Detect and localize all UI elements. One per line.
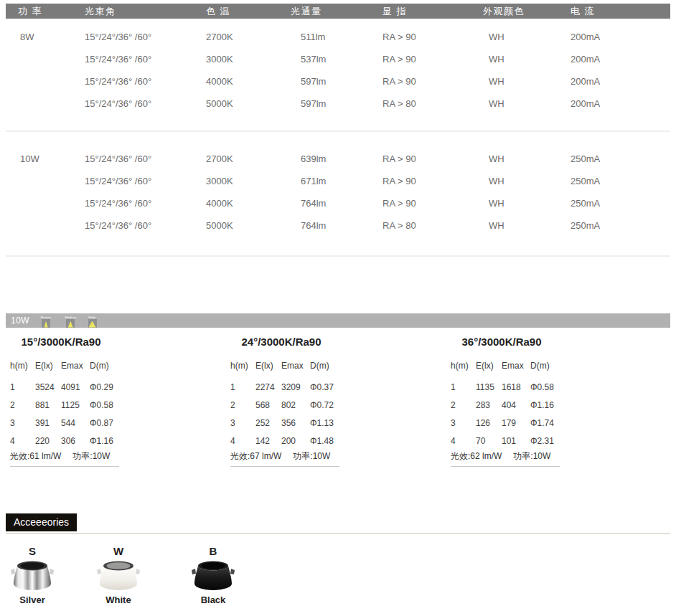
cell: 70 <box>476 436 502 446</box>
accessory-code: W <box>113 545 123 558</box>
accessory-item-black: B Black <box>181 545 245 605</box>
cell: 568 <box>255 400 281 410</box>
cell-color-temperature: 2700K <box>206 32 291 42</box>
power-value: 功率:10W <box>293 450 330 463</box>
cell: 2274 <box>255 382 281 392</box>
cell-current: 200mA <box>571 76 670 87</box>
cell: 544 <box>61 418 90 428</box>
cell-current: 250mA <box>571 220 670 231</box>
silver-reflector-image <box>9 559 55 593</box>
cell-finish-color: WH <box>483 198 571 209</box>
column-header-cri: 显 指 <box>382 5 483 18</box>
cell-current: 200mA <box>571 54 670 65</box>
spec-row: 10W15°/24°/36° /60°2700K639lmRA > 90WH25… <box>6 148 670 170</box>
banner-power-label: 10W <box>11 316 29 326</box>
column-header: h(m) <box>230 361 255 371</box>
cell: 1125 <box>61 400 90 410</box>
efficacy-value: 光效:67 lm/W <box>230 450 281 463</box>
spec-row: 15°/24°/36° /60°3000K537lmRA > 90WH200mA <box>6 48 670 70</box>
cell-finish-color: WH <box>483 153 571 164</box>
accessory-code: B <box>210 545 217 558</box>
accessory-item-white: W White <box>86 545 151 605</box>
column-header: E(lx) <box>255 361 281 371</box>
cell: 1 <box>10 382 35 392</box>
photometric-table-24deg: 24°/3000K/Ra90h(m)E(lx)EmaxD(m)122743209… <box>230 333 349 467</box>
efficacy-value: 光效:62 lm/W <box>451 450 502 463</box>
group-separator-line <box>6 131 670 132</box>
cell-beam-angle: 15°/24°/36° /60° <box>85 220 206 231</box>
cell: 3 <box>230 418 255 428</box>
photometric-table-header: h(m)E(lx)EmaxD(m) <box>230 361 349 371</box>
cell-cri: RA > 90 <box>382 32 483 42</box>
cell-luminous-flux: 639lm <box>291 153 382 164</box>
spec-row: 15°/24°/36° /60°4000K597lmRA > 90WH200mA <box>6 70 670 93</box>
column-header: D(m) <box>310 361 349 371</box>
cell: 126 <box>476 418 502 428</box>
cell: 252 <box>255 418 281 428</box>
column-header: Emax <box>61 361 90 371</box>
cell-color-temperature: 4000K <box>206 76 291 87</box>
table-row: 470101Φ2.31 <box>451 432 569 450</box>
efficacy-value: 光效:61 lm/W <box>10 450 61 463</box>
cell: 3 <box>451 418 476 428</box>
photometric-table-rows: 111351618Φ0.582283404Φ1.163126179Φ1.7447… <box>451 378 569 450</box>
photometric-table-rows: 122743209Φ0.372568802Φ0.723252356Φ1.1341… <box>230 378 349 450</box>
accessories-heading: Acceeeories <box>6 513 77 531</box>
spec-row: 15°/24°/36° /60°5000K597lmRA > 80WH200mA <box>6 93 670 115</box>
cell: 1 <box>230 382 255 392</box>
cell-color-temperature: 2700K <box>206 153 291 164</box>
cell-color-temperature: 5000K <box>206 98 291 109</box>
column-header-flux: 光通量 <box>291 5 382 18</box>
power-value: 功率:10W <box>72 450 110 463</box>
cell-power: 8W <box>18 32 85 42</box>
cell-current: 250mA <box>571 176 670 186</box>
table-row: 28811125Φ0.58 <box>10 396 128 414</box>
cell-beam-angle: 15°/24°/36° /60° <box>85 98 206 109</box>
wide-beam-icon: Wide <box>85 315 98 328</box>
cell: Φ2.31 <box>530 436 569 446</box>
column-header-current: 电 流 <box>571 5 670 18</box>
photometric-table-header: h(m)E(lx)EmaxD(m) <box>10 361 128 371</box>
cell-beam-angle: 15°/24°/36° /60° <box>85 176 206 186</box>
column-header: Emax <box>281 361 310 371</box>
accessory-label: Black <box>201 594 226 605</box>
spec-row: 15°/24°/36° /60°4000K764lmRA > 90WH250mA <box>6 192 670 214</box>
photometric-table-36deg: 36°/3000K/Ra90h(m)E(lx)EmaxD(m)111351618… <box>451 333 569 467</box>
cell: Φ0.72 <box>310 400 349 410</box>
cell-current: 200mA <box>571 32 670 42</box>
cell: Φ0.29 <box>90 382 128 392</box>
cell: 802 <box>281 400 310 410</box>
column-header: h(m) <box>10 361 35 371</box>
cell: Φ1.74 <box>530 418 569 428</box>
cell-cri: RA > 90 <box>382 54 483 65</box>
photometric-table-title: 15°/3000K/Ra90 <box>10 336 112 349</box>
photometric-table-rows: 135244091Φ0.2928811125Φ0.583391544Φ0.874… <box>10 378 128 450</box>
table-row: 3252356Φ1.13 <box>230 414 349 432</box>
table-row: 4142200Φ1.48 <box>230 432 349 450</box>
cell-luminous-flux: 764lm <box>291 220 382 231</box>
cell: 1135 <box>476 382 502 392</box>
cell: 101 <box>502 436 530 446</box>
cell: 2 <box>451 400 476 410</box>
cell: 4 <box>230 436 255 446</box>
spec-table-header: 功 率 光束角 色 温 光通量 显 指 外观颜色 电 流 <box>6 4 670 19</box>
narrow-beam-icon: Narrow <box>37 315 55 328</box>
accessory-item-silver: S Silver <box>0 545 65 605</box>
spec-row: 15°/24°/36° /60°5000K764lmRA > 80WH250mA <box>6 214 670 237</box>
accessories-divider-line <box>6 533 670 534</box>
cell: Φ1.48 <box>310 436 349 446</box>
cell: 404 <box>502 400 530 410</box>
cell: 3 <box>10 418 35 428</box>
column-header: E(lx) <box>476 361 502 371</box>
cell-beam-angle: 15°/24°/36° /60° <box>85 54 206 65</box>
cell: Φ1.16 <box>530 400 569 410</box>
datasheet-page: 功 率 光束角 色 温 光通量 显 指 外观颜色 电 流 8W15°/24°/3… <box>0 0 676 616</box>
photometric-table-footer: 光效:67 lm/W功率:10W <box>230 450 339 467</box>
column-header: D(m) <box>90 361 128 371</box>
cell: Φ0.58 <box>530 382 569 392</box>
cell: 1618 <box>502 382 530 392</box>
column-header-power: 功 率 <box>18 5 85 18</box>
photometric-table-footer: 光效:62 lm/W功率:10W <box>451 450 560 467</box>
cell-luminous-flux: 764lm <box>291 198 382 209</box>
black-reflector-image <box>190 559 236 593</box>
